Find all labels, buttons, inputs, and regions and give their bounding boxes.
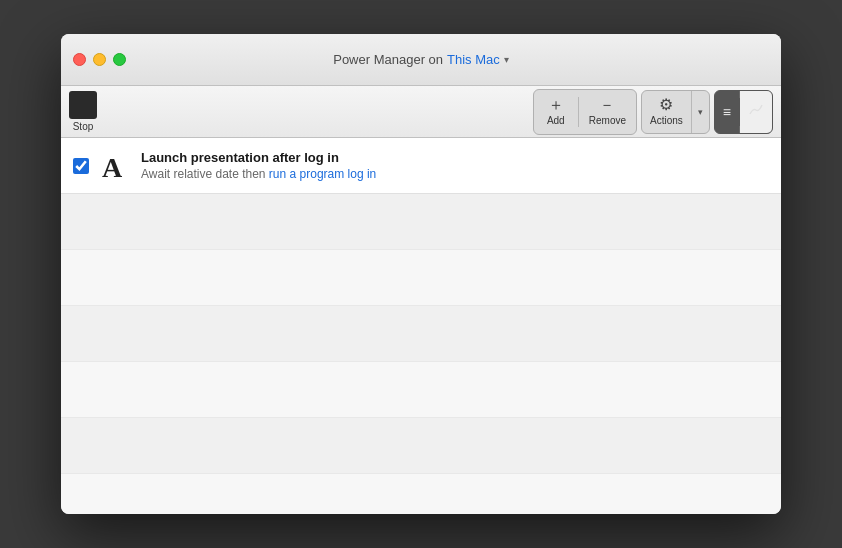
item-title: Launch presentation after log in (141, 150, 376, 165)
empty-row-1 (61, 194, 781, 250)
item-checkbox[interactable] (73, 158, 89, 174)
empty-row-4 (61, 362, 781, 418)
content-area: A Launch presentation after log in Await… (61, 138, 781, 514)
close-button[interactable] (73, 53, 86, 66)
stop-icon[interactable] (69, 91, 97, 119)
detail-view-button[interactable] (740, 91, 772, 133)
plus-icon: ＋ (548, 97, 564, 113)
empty-row-6 (61, 474, 781, 514)
add-label: Add (547, 115, 565, 126)
title-static: Power Manager on (333, 52, 443, 67)
actions-dropdown-button[interactable]: ▾ (691, 91, 709, 133)
minimize-button[interactable] (93, 53, 106, 66)
remove-label: Remove (589, 115, 626, 126)
list-view-button[interactable]: ≡ (715, 91, 739, 133)
actions-button[interactable]: ⚙ Actions (642, 91, 691, 133)
item-icon: A (99, 150, 131, 182)
desc-link-login[interactable]: log in (348, 167, 377, 181)
traffic-lights (73, 53, 126, 66)
list-icon: ≡ (723, 104, 731, 120)
actions-label: Actions (650, 115, 683, 126)
actions-chevron-icon: ▾ (698, 107, 703, 117)
window-title: Power Manager on This Mac ▾ (333, 52, 509, 67)
desc-link-run[interactable]: run a program (269, 167, 344, 181)
desc-static: Await relative date then (141, 167, 269, 181)
item-description: Await relative date then run a program l… (141, 167, 376, 181)
svg-text:A: A (102, 152, 123, 181)
empty-row-2 (61, 250, 781, 306)
empty-row-5 (61, 418, 781, 474)
add-button[interactable]: ＋ Add (534, 90, 578, 134)
chart-icon (748, 102, 764, 121)
gear-icon: ⚙ (659, 97, 673, 113)
table-row: A Launch presentation after log in Await… (61, 138, 781, 194)
titlebar: Power Manager on This Mac ▾ (61, 34, 781, 86)
actions-group: ⚙ Actions ▾ (641, 90, 710, 134)
add-remove-group: ＋ Add － Remove (533, 89, 637, 135)
title-dynamic: This Mac (447, 52, 500, 67)
stop-button-group: Stop (69, 91, 97, 132)
toolbar: Stop ＋ Add － Remove ⚙ Actions (61, 86, 781, 138)
app-window: Power Manager on This Mac ▾ Stop ＋ Add －… (61, 34, 781, 514)
item-text-group: Launch presentation after log in Await r… (141, 150, 376, 181)
title-chevron-icon[interactable]: ▾ (504, 54, 509, 65)
minus-icon: － (599, 97, 615, 113)
view-group: ≡ View (714, 90, 773, 134)
empty-row-3 (61, 306, 781, 362)
stop-label: Stop (73, 121, 94, 132)
toolbar-right: ＋ Add － Remove ⚙ Actions ▾ (533, 89, 773, 135)
remove-button[interactable]: － Remove (579, 90, 636, 134)
maximize-button[interactable] (113, 53, 126, 66)
